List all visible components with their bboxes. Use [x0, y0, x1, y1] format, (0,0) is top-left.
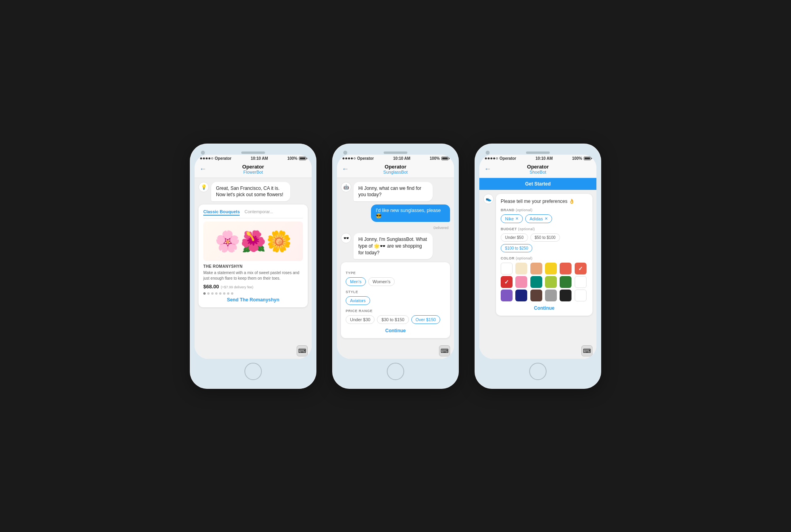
send-button[interactable]: Send The Romanyshyn	[203, 297, 303, 303]
bot-avatar: 👟	[483, 194, 494, 204]
continue-button[interactable]: Continue	[346, 328, 445, 333]
color-navy[interactable]	[515, 290, 527, 301]
price-chips: Under $30 $30 to $150 Over $150	[346, 315, 445, 324]
nav-bar: ← Operator ShoeBot	[479, 161, 596, 178]
chat-area: 🤖 Hi Jonny, what can we find for you tod…	[337, 178, 454, 343]
chip-over150[interactable]: Over $150	[411, 315, 440, 324]
color-black[interactable]	[560, 290, 571, 301]
color-green[interactable]	[560, 276, 571, 288]
delivered-status: Delivered	[341, 226, 450, 230]
nav-title: Operator	[342, 164, 449, 170]
battery-label: 100%	[287, 156, 297, 161]
brand-label: BRAND (optional)	[501, 208, 588, 212]
battery-label: 100%	[572, 156, 582, 161]
color-label: COLOR (optional)	[501, 256, 588, 260]
color-orange-selected[interactable]	[575, 263, 587, 275]
color-lime[interactable]	[545, 276, 557, 288]
home-button[interactable]	[529, 363, 547, 380]
tab-contemporary[interactable]: Contemporar...	[244, 209, 273, 216]
nav-bar: ← Operator FlowerBot	[195, 161, 312, 178]
type-label: TYPE	[346, 271, 445, 275]
product-desc: Make a statement with a mix of sweet pas…	[203, 270, 303, 281]
color-white-2[interactable]	[575, 276, 587, 288]
remove-nike[interactable]: ✕	[515, 216, 519, 221]
style-chips: Aviators	[346, 296, 445, 305]
bot-message: 👟 Please tell me your preferences 👌 BRAN…	[483, 194, 592, 316]
bot-bubble-2: Hi Jonny, I'm SunglassBot. What type of …	[354, 233, 433, 259]
phone-sunglassbot: Operator 10:10 AM 100% ← Operator Sungla…	[332, 144, 459, 389]
carrier-label: Operator	[500, 156, 516, 161]
back-button[interactable]: ←	[199, 165, 206, 173]
camera-dot	[201, 151, 205, 155]
back-button[interactable]: ←	[342, 165, 349, 173]
color-yellow[interactable]	[545, 263, 557, 275]
continue-button[interactable]: Continue	[501, 305, 588, 311]
time-label: 10:10 AM	[393, 156, 411, 161]
phone-screen: Operator 10:10 AM 100% ← Operator ShoeBo…	[479, 155, 596, 359]
home-button[interactable]	[387, 363, 404, 380]
phone-shoebot: Operator 10:10 AM 100% ← Operator ShoeBo…	[475, 144, 601, 389]
user-bubble: I'd like new sunglasses, please 😎	[371, 204, 450, 222]
colors-grid	[501, 263, 588, 301]
color-cream[interactable]	[515, 263, 527, 275]
chip-50to100[interactable]: $50 to $100	[530, 233, 560, 242]
product-name: THE ROMANYSHYN	[203, 264, 303, 269]
remove-adidas[interactable]: ✕	[545, 216, 548, 221]
tag-nike[interactable]: Nike ✕	[501, 214, 523, 223]
product-price-sub: (+$7.99 delivery fee)	[221, 285, 253, 289]
price-label: PRICE RANGE	[346, 309, 445, 313]
brand-tags: Nike ✕ Adidas ✕	[501, 214, 588, 223]
color-white[interactable]	[501, 263, 513, 275]
tab-classic[interactable]: Classic Bouquets	[203, 209, 240, 216]
get-started-button[interactable]: Get Started	[479, 178, 596, 190]
nav-subtitle: FlowerBot	[199, 170, 307, 174]
chip-100to250[interactable]: $100 to $250	[501, 244, 532, 252]
nav-bar: ← Operator SunglassBot	[337, 161, 454, 178]
tag-adidas[interactable]: Adidas ✕	[525, 214, 552, 223]
color-gray[interactable]	[545, 290, 557, 301]
form-intro: Please tell me your preferences 👌	[501, 199, 588, 204]
bot-bubble: Great, San Francisco, CA it is. Now let'…	[211, 182, 290, 202]
chip-aviators[interactable]: Aviators	[346, 296, 370, 305]
home-button[interactable]	[244, 363, 262, 380]
color-orange[interactable]	[560, 263, 571, 275]
color-teal[interactable]	[530, 276, 542, 288]
budget-chips: Under $50 $50 to $100 $100 to $250	[501, 233, 588, 252]
product-price: $68.00	[203, 284, 219, 290]
nav-title: Operator	[199, 164, 307, 170]
bot-avatar: 🤖	[341, 182, 351, 192]
keyboard-icon[interactable]: ⌨	[581, 345, 592, 356]
color-pink[interactable]	[515, 276, 527, 288]
budget-label: BUDGET (optional)	[501, 227, 588, 231]
color-tan[interactable]	[530, 263, 542, 275]
color-red-selected[interactable]	[501, 276, 513, 288]
keyboard-icon[interactable]: ⌨	[439, 345, 450, 356]
chip-womens[interactable]: Women's	[368, 277, 395, 286]
time-label: 10:10 AM	[536, 156, 553, 161]
chip-mens[interactable]: Men's	[346, 277, 366, 286]
type-chips: Men's Women's	[346, 277, 445, 286]
color-purple[interactable]	[501, 290, 513, 301]
phone-screen: Operator 10:10 AM 100% ← Operator Sungla…	[337, 155, 454, 359]
color-white-3[interactable]	[575, 290, 587, 301]
flower-image: 🌸🌺🌼	[203, 222, 303, 261]
keyboard-icon[interactable]: ⌨	[297, 345, 308, 356]
chip-30to150[interactable]: $30 to $150	[377, 315, 409, 324]
carrier-label: Operator	[357, 156, 374, 161]
nav-subtitle: ShoeBot	[484, 170, 592, 174]
nav-title: Operator	[484, 164, 592, 170]
chip-under50[interactable]: Under $50	[501, 233, 528, 242]
back-button[interactable]: ←	[484, 165, 491, 173]
status-bar: Operator 10:10 AM 100%	[337, 155, 454, 161]
bot-avatar: 💡	[199, 182, 209, 192]
style-label: STYLE	[346, 290, 445, 294]
phone-flowerbot: Operator 10:10 AM 100% ← Operator Flower…	[190, 144, 316, 389]
color-brown[interactable]	[530, 290, 542, 301]
chip-under30[interactable]: Under $30	[346, 315, 375, 324]
chat-area: 💡 Great, San Francisco, CA it is. Now le…	[195, 178, 312, 343]
nav-subtitle: SunglassBot	[342, 170, 449, 174]
speaker	[526, 151, 550, 154]
camera-dot	[343, 151, 347, 155]
phone-screen: Operator 10:10 AM 100% ← Operator Flower…	[195, 155, 312, 359]
scene: Operator 10:10 AM 100% ← Operator Flower…	[166, 120, 625, 413]
